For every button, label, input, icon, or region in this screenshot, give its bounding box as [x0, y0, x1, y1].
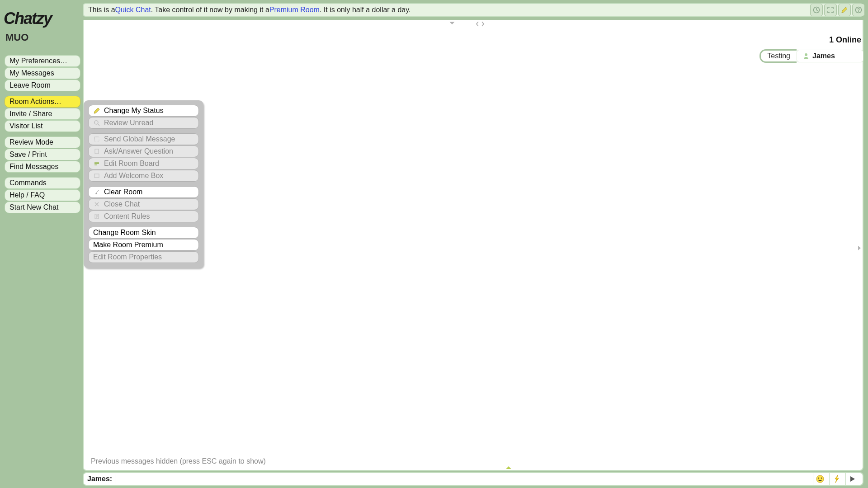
sidebar-leave-room[interactable]: Leave Room [5, 80, 80, 91]
question-icon [93, 148, 100, 155]
menu-label: Change Room Skin [93, 229, 156, 237]
banner-text-1: This is a [88, 6, 115, 14]
svg-point-3 [94, 121, 98, 124]
menu-label: Edit Room Board [104, 160, 159, 168]
sidebar-help-faq[interactable]: Help / FAQ [5, 189, 80, 201]
svg-point-10 [818, 478, 819, 479]
svg-text:?: ? [857, 8, 860, 13]
sidebar-commands[interactable]: Commands [5, 177, 80, 189]
menu-label: Clear Room [104, 188, 142, 196]
menu-label: Change My Status [104, 107, 164, 115]
menu-make-room-premium[interactable]: Make Room Premium [88, 239, 199, 251]
menu-change-my-status[interactable]: Change My Status [88, 105, 199, 117]
action-button[interactable] [829, 473, 843, 485]
menu-add-welcome-box[interactable]: Add Welcome Box [88, 170, 199, 182]
search-icon [93, 119, 100, 127]
quick-chat-link[interactable]: Quick Chat [115, 6, 151, 14]
banner-text-3: . It is only half a dollar a day. [320, 6, 411, 14]
svg-point-9 [816, 475, 824, 483]
emoji-button[interactable] [813, 473, 826, 485]
help-icon[interactable]: ? [852, 4, 865, 16]
svg-rect-6 [94, 174, 99, 178]
scroll-up-icon[interactable] [505, 465, 512, 470]
sidebar-room-actions[interactable]: Room Actions… [5, 96, 80, 108]
expand-icon[interactable] [476, 21, 485, 27]
svg-rect-5 [95, 149, 99, 154]
status-banner: This is a Quick Chat . Take control of i… [83, 3, 863, 17]
rules-icon [93, 213, 100, 220]
sidebar-review-mode[interactable]: Review Mode [5, 136, 80, 148]
sidebar-start-new-chat[interactable]: Start New Chat [5, 202, 80, 213]
fullscreen-icon[interactable] [824, 4, 837, 16]
menu-content-rules[interactable]: Content Rules [88, 211, 199, 222]
globe-msg-icon [93, 136, 100, 143]
user-icon [802, 52, 810, 60]
menu-clear-room[interactable]: Clear Room [88, 186, 199, 198]
broom-icon [93, 188, 100, 196]
banner-text-2: . Take control of it now by making it a [151, 6, 269, 14]
hidden-messages-notice: Previous messages hidden (press ESC agai… [91, 457, 266, 465]
sidebar-find-messages[interactable]: Find Messages [5, 161, 80, 173]
sidebar-save-print[interactable]: Save / Print [5, 149, 80, 160]
pencil-icon[interactable] [838, 4, 851, 16]
menu-label: Edit Room Properties [93, 253, 162, 261]
menu-label: Add Welcome Box [104, 172, 163, 180]
menu-label: Ask/Answer Question [104, 147, 173, 155]
svg-point-11 [821, 478, 821, 479]
pencil-icon [93, 107, 100, 114]
menu-change-room-skin[interactable]: Change Room Skin [88, 227, 199, 239]
message-input[interactable] [115, 474, 810, 484]
box-icon [93, 172, 100, 179]
menu-review-unread[interactable]: Review Unread [88, 117, 199, 129]
message-input-bar: James: [83, 472, 863, 486]
scroll-down-icon[interactable] [448, 21, 456, 26]
sidebar-invite-share[interactable]: Invite / Share [5, 108, 80, 120]
svg-rect-4 [94, 137, 99, 141]
menu-label: Make Room Premium [93, 241, 163, 249]
right-panel-toggle-icon[interactable] [857, 245, 862, 251]
online-panel: 1 Online Testing James [760, 35, 863, 63]
sidebar-my-preferences[interactable]: My Preferences… [5, 55, 80, 67]
premium-room-link[interactable]: Premium Room [269, 6, 320, 14]
menu-label: Content Rules [104, 212, 150, 221]
board-icon [93, 160, 100, 167]
menu-close-chat[interactable]: Close Chat [88, 198, 199, 210]
menu-edit-room-board[interactable]: Edit Room Board [88, 158, 199, 169]
room-actions-menu: Change My Status Review Unread Send Glob… [84, 100, 203, 268]
user-entry[interactable]: James [797, 50, 863, 62]
menu-label: Send Global Message [104, 135, 175, 143]
clock-icon[interactable] [810, 4, 823, 16]
sidebar-my-messages[interactable]: My Messages [5, 67, 80, 79]
menu-label: Close Chat [104, 200, 140, 208]
online-count: 1 Online [760, 35, 863, 45]
input-username-label: James: [87, 475, 112, 483]
app-logo[interactable]: Chatzy [4, 9, 52, 28]
user-status-text[interactable]: Testing [760, 49, 797, 63]
room-title: MUO [5, 32, 28, 43]
menu-label: Review Unread [104, 119, 153, 127]
close-icon [93, 201, 100, 208]
sidebar-visitor-list[interactable]: Visitor List [5, 120, 80, 132]
menu-edit-room-properties[interactable]: Edit Room Properties [88, 251, 199, 263]
menu-ask-answer-question[interactable]: Ask/Answer Question [88, 145, 199, 157]
svg-point-8 [805, 53, 807, 56]
user-name: James [812, 52, 835, 60]
send-button[interactable] [845, 473, 859, 485]
sidebar: My Preferences… My Messages Leave Room R… [5, 55, 80, 218]
menu-send-global-message[interactable]: Send Global Message [88, 133, 199, 145]
